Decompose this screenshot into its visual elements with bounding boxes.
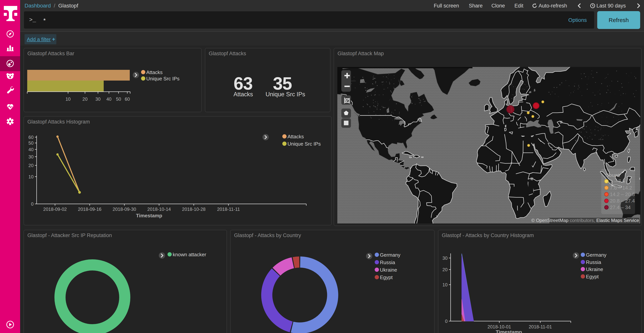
svg-text:2018-11-11: 2018-11-11 — [217, 207, 240, 212]
svg-text:Timestamp: Timestamp — [496, 329, 522, 333]
svg-text:20: 20 — [82, 97, 88, 102]
svg-text:Attacks: Attacks — [146, 70, 162, 75]
svg-text:Russia: Russia — [586, 259, 601, 265]
svg-text:© OpenStreetMap contributors,: © OpenStreetMap contributors, Elastic Ma… — [531, 218, 639, 223]
svg-text:60: 60 — [28, 135, 34, 140]
svg-text:Germany: Germany — [586, 252, 606, 258]
svg-text:40: 40 — [28, 147, 34, 152]
svg-text:10: 10 — [28, 174, 34, 179]
svg-text:2018-09-30: 2018-09-30 — [113, 207, 136, 212]
svg-text:Timestamp: Timestamp — [136, 213, 162, 218]
svg-text:10: 10 — [442, 282, 448, 287]
svg-text:20: 20 — [442, 267, 448, 272]
svg-text:Egypt: Egypt — [380, 274, 393, 280]
svg-text:20: 20 — [28, 163, 34, 168]
svg-text:Count: Count — [605, 172, 620, 178]
svg-text:1 – 7.6: 1 – 7.6 — [610, 178, 625, 184]
svg-text:0: 0 — [31, 201, 34, 207]
svg-text:30: 30 — [96, 97, 100, 102]
svg-text:known attacker: known attacker — [173, 252, 206, 257]
svg-text:Egypt: Egypt — [586, 274, 599, 279]
svg-text:40: 40 — [106, 97, 112, 102]
svg-text:2018-09-02: 2018-09-02 — [43, 207, 67, 212]
svg-text:Unique Src IPs: Unique Src IPs — [146, 76, 180, 82]
svg-text:2018-10-28: 2018-10-28 — [182, 207, 206, 212]
svg-text:Ukraine: Ukraine — [380, 267, 397, 273]
svg-text:27.4 – 34: 27.4 – 34 — [610, 204, 630, 210]
svg-text:2018-11-01: 2018-11-01 — [529, 324, 552, 329]
svg-text:60: 60 — [125, 97, 130, 102]
svg-text:30: 30 — [28, 154, 34, 159]
svg-text:Germany: Germany — [380, 252, 400, 258]
svg-text:0: 0 — [445, 318, 448, 324]
svg-text:Attacks: Attacks — [288, 134, 304, 139]
svg-text:Russia: Russia — [380, 259, 395, 265]
svg-text:30: 30 — [442, 255, 448, 261]
svg-text:2018-10-14: 2018-10-14 — [148, 207, 171, 212]
svg-text:20.8 – 27.4: 20.8 – 27.4 — [610, 198, 635, 204]
svg-text:50: 50 — [116, 97, 121, 102]
svg-text:10: 10 — [66, 97, 71, 102]
svg-text:14.2 – 20.8: 14.2 – 20.8 — [610, 191, 635, 197]
svg-text:50: 50 — [28, 140, 34, 146]
svg-text:2018-09-16: 2018-09-16 — [78, 207, 102, 212]
svg-text:7.6 – 14.2: 7.6 – 14.2 — [610, 185, 632, 191]
svg-text:Ukraine: Ukraine — [586, 266, 603, 272]
svg-text:2018-10-01: 2018-10-01 — [488, 324, 511, 329]
svg-text:Unique Src IPs: Unique Src IPs — [288, 141, 321, 147]
